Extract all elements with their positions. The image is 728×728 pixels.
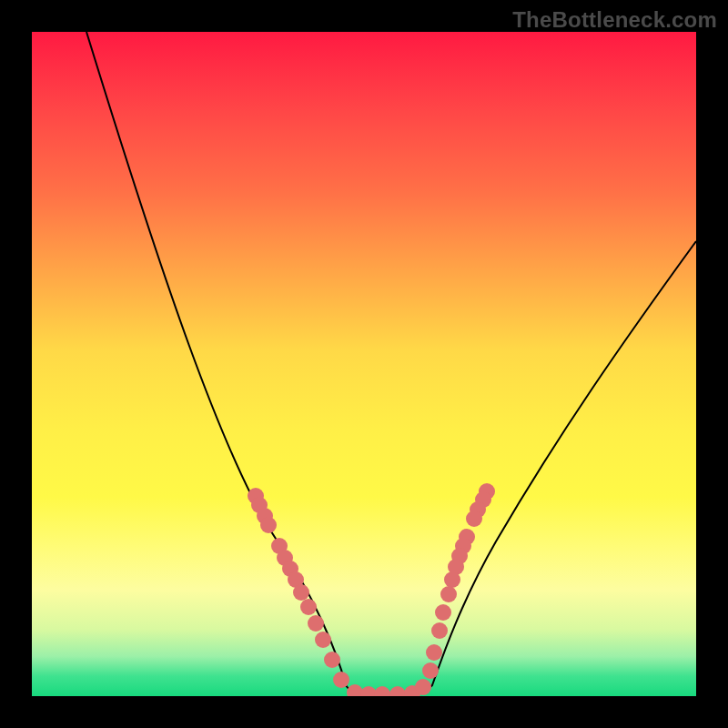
marker-point	[333, 672, 349, 688]
plot-area	[32, 32, 696, 696]
marker-group-left	[248, 488, 420, 696]
left-curve	[86, 32, 369, 694]
marker-point	[374, 686, 390, 696]
marker-point	[293, 584, 309, 601]
marker-point	[315, 632, 331, 648]
marker-point	[300, 599, 317, 615]
marker-point	[444, 571, 460, 588]
marker-point	[435, 604, 451, 621]
marker-point	[389, 686, 406, 696]
marker-point	[324, 652, 340, 668]
marker-point	[260, 517, 277, 533]
marker-point	[422, 662, 439, 679]
watermark-text: TheBottleneck.com	[512, 7, 717, 33]
marker-point	[440, 586, 457, 602]
chart-frame: TheBottleneck.com	[0, 0, 728, 728]
marker-group-right	[415, 483, 495, 695]
marker-point	[308, 615, 324, 632]
marker-point	[426, 644, 442, 661]
marker-point	[415, 679, 431, 695]
chart-svg	[32, 32, 696, 696]
marker-point	[466, 511, 482, 527]
marker-point	[431, 622, 448, 639]
